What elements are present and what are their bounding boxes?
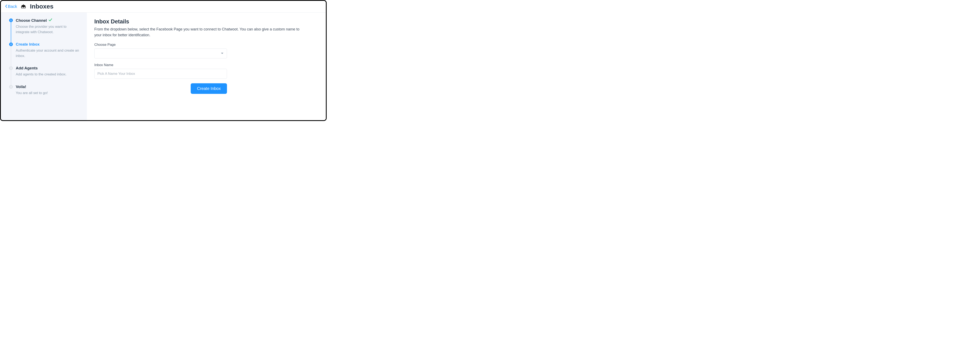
main-panel: Inbox Details From the dropdown below, s… xyxy=(87,13,326,120)
chevron-left-icon xyxy=(5,4,8,9)
choose-page-label: Choose Page xyxy=(94,43,227,47)
step-add-agents[interactable]: 3 Add Agents Add agents to the created i… xyxy=(9,66,83,84)
step-title: Voila! xyxy=(16,84,26,89)
step-title: Create Inbox xyxy=(16,42,40,47)
step-desc: Add agents to the created inbox. xyxy=(16,72,80,77)
back-label: Back xyxy=(8,4,17,9)
step-desc: Choose the provider you want to integrat… xyxy=(16,24,80,35)
choose-page-select[interactable] xyxy=(94,49,227,59)
step-number-badge: 4 xyxy=(9,85,13,89)
app-frame: Back Inboxes 1 Choose Channel Choose the… xyxy=(0,0,327,121)
step-desc: Authenticate your account and create an … xyxy=(16,48,80,59)
back-link[interactable]: Back xyxy=(5,4,17,9)
step-number-badge: 1 xyxy=(9,19,13,22)
choose-page-field: Choose Page xyxy=(94,43,227,59)
page-title: Inboxes xyxy=(30,3,53,10)
wizard-sidebar: 1 Choose Channel Choose the provider you… xyxy=(1,13,87,120)
inbox-name-input[interactable] xyxy=(94,69,227,79)
create-inbox-button[interactable]: Create Inbox xyxy=(191,83,227,94)
inbox-name-field: Inbox Name xyxy=(94,63,227,79)
step-desc: You are all set to go! xyxy=(16,90,80,96)
step-title: Add Agents xyxy=(16,66,38,70)
page-header: Back Inboxes xyxy=(1,1,326,13)
inbox-icon xyxy=(21,4,26,9)
section-title: Inbox Details xyxy=(94,19,318,25)
wizard-steps: 1 Choose Channel Choose the provider you… xyxy=(9,18,83,95)
step-number-badge: 2 xyxy=(9,43,13,46)
section-desc: From the dropdown below, select the Face… xyxy=(94,27,306,38)
step-voila[interactable]: 4 Voila! You are all set to go! xyxy=(9,84,83,96)
step-create-inbox[interactable]: 2 Create Inbox Authenticate your account… xyxy=(9,42,83,66)
check-icon xyxy=(48,18,52,23)
step-choose-channel[interactable]: 1 Choose Channel Choose the provider you… xyxy=(9,18,83,42)
form-actions: Create Inbox xyxy=(94,83,227,94)
inbox-name-label: Inbox Name xyxy=(94,63,227,67)
step-title: Choose Channel xyxy=(16,18,47,23)
step-number-badge: 3 xyxy=(9,66,13,70)
page-body: 1 Choose Channel Choose the provider you… xyxy=(1,13,326,120)
